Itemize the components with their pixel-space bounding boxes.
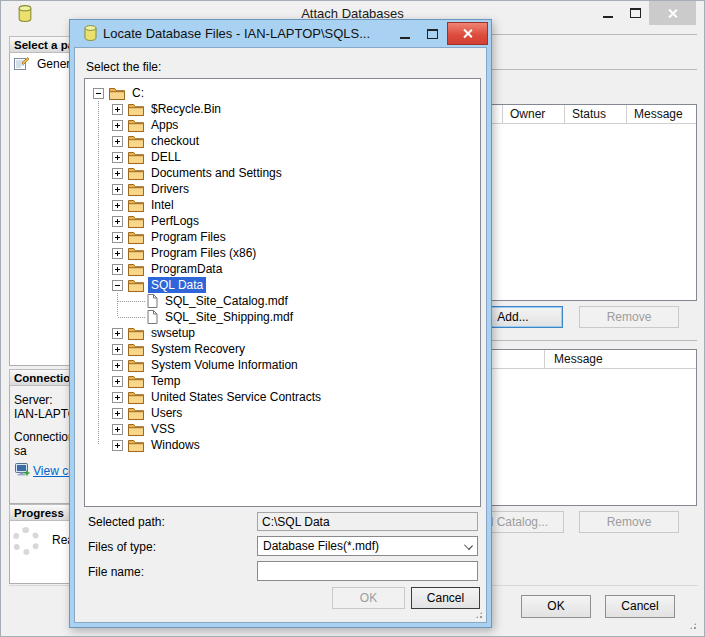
expand-plus-icon[interactable] [112,120,123,131]
tree-item[interactable]: $Recycle.Bin [85,101,480,117]
tree-item[interactable]: Windows [85,437,480,453]
collapse-minus-icon[interactable] [112,280,123,291]
tree-item-label[interactable]: SQL_Site_Catalog.mdf [162,293,291,309]
tree-item[interactable]: Intel [85,197,480,213]
tree-item[interactable]: System Volume Information [85,357,480,373]
server-label: Server: [14,393,53,407]
expand-plus-icon[interactable] [112,264,123,275]
files-of-type-dropdown[interactable]: Database Files(*.mdf) [257,536,478,556]
tree-item[interactable]: checkout [85,133,480,149]
expand-plus-icon[interactable] [112,136,123,147]
expand-plus-icon[interactable] [112,232,123,243]
tree-item[interactable]: SQL_Site_Catalog.mdf [85,293,480,309]
expand-plus-icon[interactable] [112,184,123,195]
dialog-body: Select the file: C:$Recycle.BinAppscheck… [74,47,487,623]
close-button[interactable] [649,1,696,25]
expand-plus-icon[interactable] [112,360,123,371]
expand-plus-icon[interactable] [112,440,123,451]
tree-item-label[interactable]: Intel [148,197,177,213]
file-name-label: File name: [88,565,144,579]
tree-item-label[interactable]: Drivers [148,181,192,197]
expand-plus-icon[interactable] [112,408,123,419]
column-header[interactable]: Message [634,107,683,121]
window-resize-grip[interactable] [688,621,698,631]
tree-item-label[interactable]: PerfLogs [148,213,202,229]
remove-button[interactable]: Remove [579,306,679,328]
column-header[interactable]: Message [554,352,603,366]
maximize-icon [427,29,438,39]
file-tree[interactable]: C:$Recycle.BinAppscheckoutDELLDocuments … [84,78,481,507]
file-name-input[interactable] [257,561,478,581]
expand-plus-icon[interactable] [112,344,123,355]
dialog-ok-button[interactable]: OK [332,587,405,609]
maximize-button[interactable] [419,23,445,44]
column-header[interactable]: Owner [510,107,545,121]
tree-item[interactable]: SQL Data [85,277,480,293]
tree-item[interactable]: Temp [85,373,480,389]
folder-icon [128,375,144,388]
expand-plus-icon[interactable] [112,392,123,403]
tree-item-label[interactable]: System Volume Information [148,357,301,373]
expand-plus-icon[interactable] [112,168,123,179]
tree-item-label[interactable]: C: [129,85,147,101]
expand-plus-icon[interactable] [112,376,123,387]
close-icon [462,28,473,39]
expand-plus-icon[interactable] [112,216,123,227]
cancel-button[interactable]: Cancel [605,595,675,618]
tree-item[interactable]: VSS [85,421,480,437]
tree-item[interactable]: Program Files [85,229,480,245]
tree-item-label[interactable]: Users [148,405,185,421]
tree-item[interactable]: C: [85,85,480,101]
tree-item-label[interactable]: checkout [148,133,202,149]
tree-item-label[interactable]: $Recycle.Bin [148,101,224,117]
selected-path-field[interactable] [257,512,478,531]
tree-item[interactable]: Drivers [85,181,480,197]
tree-item[interactable]: Program Files (x86) [85,245,480,261]
tree-item-label[interactable]: ProgramData [148,261,225,277]
collapse-minus-icon[interactable] [93,88,104,99]
folder-icon [128,151,144,164]
ok-button[interactable]: OK [521,595,591,618]
tree-item-label[interactable]: SQL Data [148,277,206,293]
tree-item[interactable]: Apps [85,117,480,133]
dialog-title: Locate Database Files - IAN-LAPTOP\SQLS.… [103,26,370,41]
tree-item[interactable]: United States Service Contracts [85,389,480,405]
tree-item[interactable]: System Recovery [85,341,480,357]
minimize-button[interactable] [392,23,418,44]
expand-plus-icon[interactable] [112,152,123,163]
tree-item-label[interactable]: Documents and Settings [148,165,285,181]
remove-catalog-button[interactable]: Remove [579,511,679,533]
dialog-resize-grip[interactable] [474,610,484,620]
tree-item[interactable]: DELL [85,149,480,165]
tree-item-label[interactable]: swsetup [148,325,198,341]
tree-item-label[interactable]: United States Service Contracts [148,389,324,405]
tree-item-label[interactable]: VSS [148,421,178,437]
expand-plus-icon[interactable] [112,248,123,259]
dialog-cancel-button[interactable]: Cancel [411,587,480,609]
tree-item-label[interactable]: Program Files [148,229,229,245]
tree-item[interactable]: Documents and Settings [85,165,480,181]
tree-item[interactable]: PerfLogs [85,213,480,229]
column-header[interactable]: Status [572,107,606,121]
tree-item[interactable]: Users [85,405,480,421]
tree-item-label[interactable]: Temp [148,373,183,389]
expand-plus-icon[interactable] [112,104,123,115]
dialog-titlebar[interactable]: Locate Database Files - IAN-LAPTOP\SQLS.… [70,20,491,47]
tree-item-label[interactable]: System Recovery [148,341,248,357]
close-button[interactable] [447,22,488,45]
expand-plus-icon[interactable] [112,424,123,435]
expand-plus-icon[interactable] [112,200,123,211]
folder-icon [128,423,144,436]
tree-item-label[interactable]: Windows [148,437,203,453]
maximize-button[interactable] [621,1,650,25]
tree-item[interactable]: swsetup [85,325,480,341]
minimize-button[interactable] [593,1,622,25]
folder-icon [128,359,144,372]
tree-item[interactable]: ProgramData [85,261,480,277]
tree-item-label[interactable]: DELL [148,149,184,165]
tree-item[interactable]: SQL_Site_Shipping.mdf [85,309,480,325]
tree-item-label[interactable]: Program Files (x86) [148,245,259,261]
tree-item-label[interactable]: Apps [148,117,181,133]
tree-item-label[interactable]: SQL_Site_Shipping.mdf [162,309,296,325]
expand-plus-icon[interactable] [112,328,123,339]
